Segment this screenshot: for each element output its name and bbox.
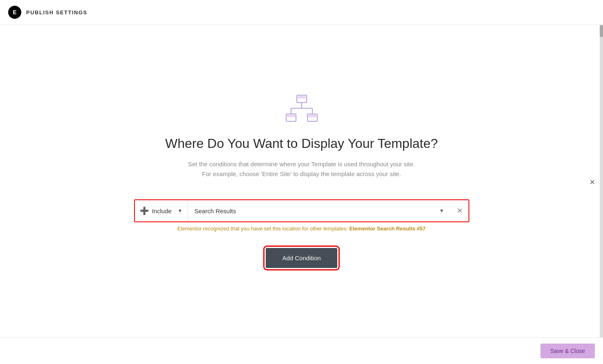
elementor-logo: E bbox=[8, 6, 21, 19]
add-condition-button[interactable]: Add Condition bbox=[266, 248, 337, 268]
add-condition-wrapper: Add Condition bbox=[266, 248, 337, 268]
publish-settings-modal: E PUBLISH SETTINGS × bbox=[0, 0, 603, 364]
modal-title: PUBLISH SETTINGS bbox=[26, 9, 87, 16]
main-title: Where Do You Want to Display Your Templa… bbox=[165, 136, 438, 151]
modal-footer: Save & Close bbox=[0, 337, 603, 364]
plus-icon: ➕ bbox=[140, 206, 149, 215]
remove-condition-button[interactable]: ✕ bbox=[451, 200, 469, 221]
condition-row: ➕ Include ▼ Search Results ▼ ✕ bbox=[134, 199, 469, 222]
save-close-button[interactable]: Save & Close bbox=[540, 344, 595, 358]
scroll-thumb bbox=[600, 25, 603, 37]
modal-header: E PUBLISH SETTINGS × bbox=[0, 0, 603, 25]
select-chevron-icon: ▼ bbox=[439, 208, 444, 214]
subtitle: Set the conditions that determine where … bbox=[188, 159, 415, 179]
svg-rect-3 bbox=[287, 115, 295, 117]
warning-link[interactable]: Elementor Search Results #57 bbox=[350, 226, 426, 232]
scrollbar[interactable] bbox=[600, 25, 603, 337]
hierarchy-icon-container bbox=[285, 94, 318, 125]
hierarchy-icon bbox=[285, 94, 318, 123]
include-section[interactable]: ➕ Include ▼ bbox=[135, 200, 188, 221]
search-results-value: Search Results bbox=[195, 208, 439, 214]
condition-row-wrapper: ➕ Include ▼ Search Results ▼ ✕ Elementor… bbox=[134, 199, 469, 232]
include-chevron-icon: ▼ bbox=[178, 208, 183, 214]
modal-body: Where Do You Want to Display Your Templa… bbox=[0, 25, 603, 337]
svg-rect-1 bbox=[298, 96, 306, 98]
include-label: Include bbox=[152, 208, 175, 214]
svg-rect-5 bbox=[308, 115, 316, 117]
warning-message: Elementor recognized that you have set t… bbox=[134, 226, 469, 232]
search-results-select[interactable]: Search Results ▼ bbox=[188, 200, 451, 221]
